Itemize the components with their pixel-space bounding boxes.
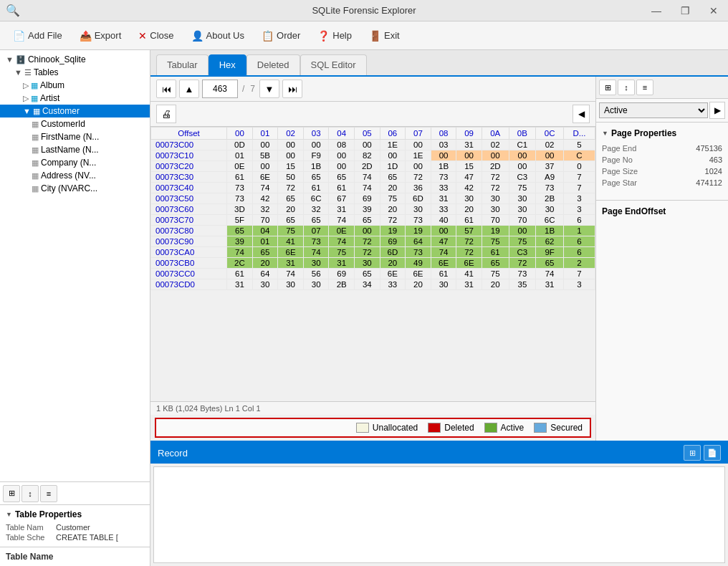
hex-row-12: 00073CC0 61647456 69656E6E 61417573 747 bbox=[151, 269, 595, 279]
about-icon: 👤 bbox=[191, 30, 203, 42]
tree-area[interactable]: ▼ 🗄️ Chinook_Sqlite ▼ ☰ Tables ▷ ▦ Album… bbox=[0, 50, 150, 482]
col-06: 06 bbox=[380, 128, 406, 140]
nav-first-button[interactable]: ⏮ bbox=[156, 80, 176, 98]
prop-val-tableschema: CREATE TABLE [ bbox=[56, 533, 118, 542]
record-tool-btn-1[interactable]: ⊞ bbox=[684, 445, 701, 461]
hex-table: Offset 00 01 02 03 04 05 06 07 08 bbox=[150, 127, 595, 290]
page-no-val: 463 bbox=[709, 155, 722, 164]
hex-scroll-left-button[interactable]: ◀ bbox=[573, 105, 590, 123]
col-icon-address: ▦ bbox=[32, 171, 39, 181]
export-button[interactable]: 📤 Export bbox=[72, 27, 129, 44]
add-file-button[interactable]: 📄 Add File bbox=[6, 27, 70, 44]
minimize-button[interactable]: — bbox=[642, 0, 671, 21]
record-tool-btn-2[interactable]: 📄 bbox=[704, 445, 721, 461]
deleted-swatch bbox=[428, 423, 441, 433]
legend-active: Active bbox=[484, 423, 525, 433]
right-panel-btn-sort[interactable]: ↕ bbox=[618, 80, 635, 95]
offset-0: 00073C00 bbox=[151, 140, 227, 150]
hex-header-row: 🖨 ◀ bbox=[150, 102, 595, 127]
hex-row-5: 00073C50 7342656C 6769756D 31303030 2B3 bbox=[151, 193, 595, 204]
legend-secured: Secured bbox=[534, 423, 583, 433]
about-us-button[interactable]: 👤 About Us bbox=[184, 27, 252, 44]
col-01: 01 bbox=[252, 128, 278, 140]
bottom-table-name: Table Name bbox=[0, 547, 150, 566]
status-next-button[interactable]: ▶ bbox=[709, 102, 725, 119]
tab-hex[interactable]: Hex bbox=[209, 54, 246, 75]
hex-row-4: 00073C40 73747261 61742036 33427275 737 bbox=[151, 183, 595, 193]
help-button[interactable]: ❓ Help bbox=[310, 27, 359, 44]
city-label: City (NVARC... bbox=[41, 183, 97, 193]
hex-row-9: 00073C90 39014173 74726964 47727575 626 bbox=[151, 236, 595, 247]
props-toolbar: ⊞ ↕ ≡ bbox=[0, 482, 150, 505]
help-icon: ❓ bbox=[317, 30, 330, 42]
lastname-label: LastName (N... bbox=[41, 145, 99, 155]
record-header: Record ⊞ 📄 bbox=[150, 442, 728, 464]
hex-row-8: 00073C80 65047507 0E001919 00571900 1B1 bbox=[151, 226, 595, 236]
status-dropdown[interactable]: Active bbox=[599, 102, 708, 118]
title-bar: 🔍 SQLite Forensic Explorer — ❐ ✕ bbox=[0, 0, 728, 21]
props-tool-btn-2[interactable]: ↕ bbox=[21, 485, 39, 502]
unallocated-swatch bbox=[356, 423, 369, 433]
exit-button[interactable]: 🚪 Exit bbox=[362, 27, 407, 44]
right-content: Tabular Hex Deleted SQL Editor ⏮ ▲ / 7 ▼ bbox=[150, 50, 728, 566]
tab-sql-editor[interactable]: SQL Editor bbox=[300, 54, 367, 75]
prop-row-tableschema: Table Sche CREATE TABLE [ bbox=[6, 532, 144, 542]
nav-down-button[interactable]: ▼ bbox=[259, 80, 279, 98]
restore-button[interactable]: ❐ bbox=[671, 0, 699, 21]
page-star-label: Page Star bbox=[602, 178, 637, 187]
tree-item-album[interactable]: ▷ ▦ Album bbox=[0, 79, 150, 92]
prop-val-tablename: Customer bbox=[56, 523, 90, 532]
add-file-icon: 📄 bbox=[13, 30, 25, 42]
offset-5: 00073C50 bbox=[151, 193, 227, 204]
tree-item-customer[interactable]: ▼ ▦ Customer bbox=[0, 105, 150, 117]
tree-item-company[interactable]: ▦ Company (N... bbox=[0, 156, 150, 169]
record-header-buttons: ⊞ 📄 bbox=[684, 445, 721, 461]
artist-label: Artist bbox=[40, 93, 59, 103]
tree-item-root[interactable]: ▼ 🗄️ Chinook_Sqlite bbox=[0, 53, 150, 66]
order-button[interactable]: 📋 Order bbox=[254, 27, 307, 44]
close-label: Close bbox=[150, 30, 173, 41]
tree-item-tables[interactable]: ▼ ☰ Tables bbox=[0, 66, 150, 79]
tree-item-address[interactable]: ▦ Address (NV... bbox=[0, 169, 150, 182]
right-panel-btn-list[interactable]: ≡ bbox=[636, 80, 653, 95]
col-icon-firstname: ▦ bbox=[32, 133, 39, 142]
record-section: Record ⊞ 📄 bbox=[150, 441, 728, 566]
expand-album-icon: ▷ bbox=[23, 81, 29, 90]
tree-item-customerid[interactable]: ▦ CustomerId bbox=[0, 117, 150, 130]
tables-label: Tables bbox=[34, 67, 59, 77]
tree-item-city[interactable]: ▦ City (NVARC... bbox=[0, 182, 150, 195]
col-icon-lastname: ▦ bbox=[32, 145, 39, 155]
window-title: SQLite Forensic Explorer bbox=[312, 5, 416, 16]
prop-page-size: Page Size 1024 bbox=[602, 166, 722, 177]
nav-last-button[interactable]: ⏭ bbox=[282, 80, 302, 98]
search-icon: 🔍 bbox=[6, 4, 20, 17]
hex-row-7: 00073C70 5F706565 74657273 40617070 6C6 bbox=[151, 215, 595, 226]
expand-artist-icon: ▷ bbox=[23, 94, 29, 103]
export-label: Export bbox=[95, 30, 122, 41]
close-window-button[interactable]: ✕ bbox=[699, 0, 728, 21]
right-panel-btn-grid[interactable]: ⊞ bbox=[599, 80, 616, 95]
nav-up-button[interactable]: ▲ bbox=[179, 80, 199, 98]
col-0b: 0B bbox=[509, 128, 536, 140]
prop-page-no: Page No 463 bbox=[602, 154, 722, 166]
tree-item-lastname[interactable]: ▦ LastName (N... bbox=[0, 143, 150, 156]
tab-tabular[interactable]: Tabular bbox=[156, 54, 209, 75]
tree-item-firstname[interactable]: ▦ FirstName (N... bbox=[0, 130, 150, 143]
page-number-input[interactable] bbox=[202, 80, 238, 98]
props-tool-btn-3[interactable]: ≡ bbox=[40, 485, 57, 502]
close-button[interactable]: ✕ Close bbox=[131, 27, 181, 44]
active-swatch bbox=[484, 423, 497, 433]
legend-container: Unallocated Deleted Active bbox=[150, 415, 595, 441]
col-0c: 0C bbox=[536, 128, 564, 140]
tree-item-artist[interactable]: ▷ ▦ Artist bbox=[0, 92, 150, 105]
props-tool-btn-1[interactable]: ⊞ bbox=[3, 485, 20, 502]
col-offset: Offset bbox=[151, 128, 227, 140]
print-button[interactable]: 🖨 bbox=[156, 105, 176, 123]
tab-deleted[interactable]: Deleted bbox=[246, 54, 300, 75]
page-props-header: Page Properties bbox=[602, 128, 722, 138]
offset-6: 00073C60 bbox=[151, 204, 227, 215]
hex-table-wrapper[interactable]: Offset 00 01 02 03 04 05 06 07 08 bbox=[150, 127, 595, 401]
firstname-label: FirstName (N... bbox=[41, 132, 99, 142]
offset-13: 00073CD0 bbox=[151, 279, 227, 290]
prop-label-tableschema: Table Sche bbox=[6, 533, 56, 542]
